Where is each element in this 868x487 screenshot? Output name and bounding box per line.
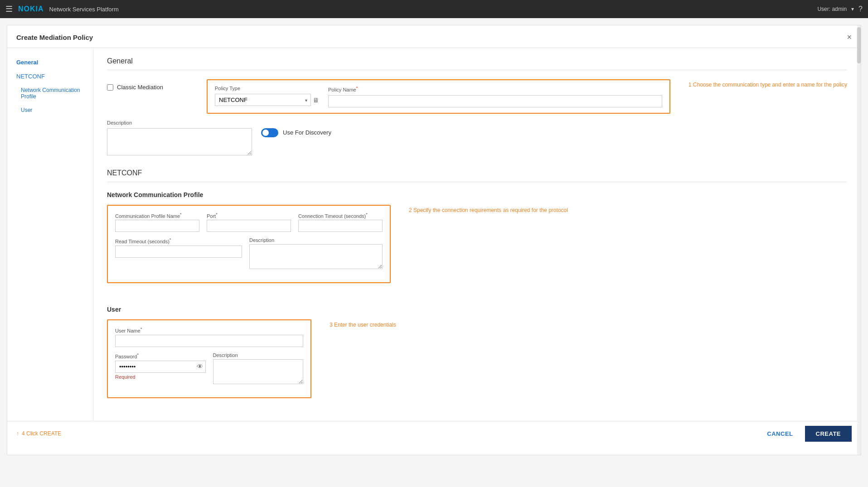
connection-timeout-label: Connection Timeout (seconds)* <box>298 212 383 219</box>
ncp-description-field: Description <box>249 237 383 270</box>
sidebar-item-netconf[interactable]: NETCONF <box>7 69 93 83</box>
user-description-input[interactable] <box>213 359 304 384</box>
ncp-row-2: Read Timeout (seconds)* 120 Description <box>115 237 383 270</box>
dialog-body: General NETCONF Network Communication Pr… <box>7 48 861 421</box>
policy-type-group: Policy Type NETCONF SNMP CLI ▾ 🖥 <box>215 86 319 107</box>
ncp-description-label: Description <box>249 237 383 243</box>
policy-type-name-box: Policy Type NETCONF SNMP CLI ▾ 🖥 <box>207 79 670 114</box>
user-row-2: Password* 👁 Required Descriptio <box>115 352 303 386</box>
ncp-row-outer: Communication Profile Name* NetconfProto… <box>107 205 847 293</box>
cancel-button[interactable]: CANCEL <box>760 427 800 441</box>
annotation-1: 1 Choose the communication type and ente… <box>689 79 847 88</box>
policy-name-input[interactable]: srNetconfMediationPolicy <box>328 95 662 107</box>
policy-name-label: Policy Name* <box>328 86 662 92</box>
topbar: ☰ NOKIA Network Services Platform User: … <box>0 0 868 18</box>
read-timeout-input[interactable]: 120 <box>115 246 242 258</box>
nokia-logo: NOKIA <box>18 5 44 13</box>
ncp-subsection-title: Network Communication Profile <box>107 191 847 198</box>
policy-type-select[interactable]: NETCONF SNMP CLI <box>215 94 311 106</box>
help-icon[interactable]: ? <box>858 5 863 13</box>
app-title: Network Services Platform <box>49 6 119 13</box>
create-button[interactable]: CREATE <box>805 426 852 442</box>
classic-mediation-label: Classic Mediation <box>117 84 163 91</box>
use-for-discovery-row: Use For Discovery <box>261 120 331 137</box>
toggle-slider <box>261 128 278 137</box>
ncp-description-input[interactable] <box>249 244 383 269</box>
ncp-row-1: Communication Profile Name* NetconfProto… <box>115 212 383 232</box>
username-field: User Name* admin <box>115 327 303 347</box>
comm-profile-name-field: Communication Profile Name* NetconfProto… <box>115 212 199 232</box>
dropdown-arrow-icon[interactable]: ▾ <box>851 6 854 12</box>
read-timeout-label: Read Timeout (seconds)* <box>115 237 242 244</box>
classic-mediation-checkbox[interactable] <box>107 84 113 91</box>
password-field: Password* 👁 Required <box>115 352 206 386</box>
connection-timeout-input[interactable]: 45 <box>298 220 383 232</box>
ncp-wrapper: Network Communication Profile Communicat… <box>107 191 847 293</box>
password-label: Password* <box>115 352 206 359</box>
user-subsection-title: User <box>107 306 847 313</box>
username-input[interactable]: admin <box>115 335 303 347</box>
annotation-4: 4 Click CREATE <box>22 430 61 437</box>
password-input[interactable] <box>115 361 206 373</box>
user-box: User Name* admin Password* <box>107 319 311 398</box>
description-row: Description Use For Discovery <box>107 120 847 155</box>
user-row-1: User Name* admin <box>115 327 303 347</box>
description-input[interactable] <box>107 128 252 155</box>
username-label: User Name* <box>115 327 303 333</box>
dialog-container: Create Mediation Policy × General NETCON… <box>7 25 861 455</box>
password-wrapper: 👁 <box>115 361 206 373</box>
comm-profile-name-label: Communication Profile Name* <box>115 212 199 219</box>
dialog-title: Create Mediation Policy <box>16 34 93 41</box>
description-group: Description <box>107 120 252 155</box>
required-hint: Required <box>115 374 206 380</box>
netconf-section-title: NETCONF <box>107 169 847 182</box>
sidebar-item-user[interactable]: User <box>7 103 93 117</box>
user-label: User: admin <box>817 6 847 12</box>
user-description-field: Description <box>213 352 304 386</box>
ncp-box: Communication Profile Name* NetconfProto… <box>107 205 391 284</box>
topbar-right: User: admin ▾ ? <box>817 5 863 13</box>
dialog-footer: ↑ 4 Click CREATE CANCEL CREATE <box>7 421 861 446</box>
use-for-discovery-toggle[interactable] <box>261 128 278 137</box>
port-input[interactable]: 830 <box>207 220 291 232</box>
general-row: Classic Mediation Policy Type NETCONF SN… <box>107 79 847 114</box>
annotation-2: 2 Specify the connection requirements as… <box>409 205 568 213</box>
general-section-title: General <box>107 57 847 70</box>
read-timeout-field: Read Timeout (seconds)* 120 <box>115 237 242 270</box>
sidebar-item-ncp[interactable]: Network Communication Profile <box>7 83 93 103</box>
port-label: Port* <box>207 212 291 219</box>
connection-timeout-field: Connection Timeout (seconds)* 45 <box>298 212 383 232</box>
user-wrapper: User User Name* admin <box>107 306 847 398</box>
description-label: Description <box>107 120 252 125</box>
policy-name-group: Policy Name* srNetconfMediationPolicy <box>328 86 662 107</box>
menu-icon[interactable]: ☰ <box>5 4 13 14</box>
main-content: General Classic Mediation Policy Type <box>93 48 861 421</box>
close-button[interactable]: × <box>847 33 852 42</box>
port-field: Port* 830 <box>207 212 291 232</box>
policy-type-label: Policy Type <box>215 86 319 91</box>
user-description-label: Description <box>213 352 304 358</box>
annotation-arrow-icon: ↑ <box>16 430 19 437</box>
scroll-thumb <box>857 27 861 63</box>
policy-type-select-wrapper: NETCONF SNMP CLI ▾ 🖥 <box>215 94 319 106</box>
comm-profile-name-input[interactable]: NetconfProtocolViaRest <box>115 220 199 232</box>
dialog-header: Create Mediation Policy × <box>7 25 861 48</box>
sidebar-item-general[interactable]: General <box>7 55 93 69</box>
monitor-icon: 🖥 <box>313 96 319 104</box>
use-for-discovery-label: Use For Discovery <box>283 129 331 136</box>
footer-annotation: ↑ 4 Click CREATE <box>16 430 61 437</box>
classic-mediation-col: Classic Mediation <box>107 79 198 91</box>
sidebar: General NETCONF Network Communication Pr… <box>7 48 93 421</box>
general-section: General Classic Mediation Policy Type <box>107 57 847 155</box>
scrollbar[interactable] <box>857 25 861 455</box>
annotation-3: 3 Enter the user credentials <box>330 319 420 328</box>
eye-icon[interactable]: 👁 <box>197 363 203 370</box>
netconf-section: NETCONF Network Communication Profile Co… <box>107 169 847 398</box>
user-row-outer: User Name* admin Password* <box>107 319 847 398</box>
